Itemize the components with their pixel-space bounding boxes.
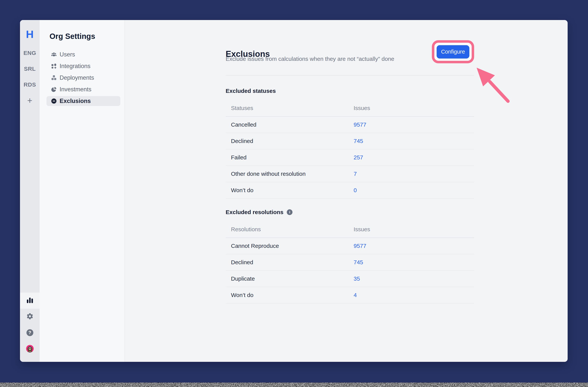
- settings-nav-list: UsersIntegrationsDeploymentsInvestmentsE…: [40, 49, 125, 108]
- rail-bottom: ?: [20, 293, 40, 357]
- help-icon: ?: [26, 329, 33, 336]
- configure-button[interactable]: Configure: [437, 45, 469, 59]
- row-label: Duplicate: [226, 275, 354, 282]
- bar-chart-icon: [27, 297, 33, 304]
- sidebar-item-label: Exclusions: [60, 98, 91, 104]
- issues-count-link[interactable]: 35: [354, 275, 360, 282]
- annotation-highlight-ring: Configure: [432, 40, 474, 63]
- sidebar-item-integrations[interactable]: Integrations: [46, 61, 120, 71]
- issues-count-link[interactable]: 0: [354, 187, 357, 193]
- issues-count-link[interactable]: 4: [354, 292, 357, 298]
- workspace-item-rds[interactable]: RDS: [20, 77, 40, 92]
- issues-count-link[interactable]: 257: [354, 154, 363, 160]
- column-header: Issues: [354, 105, 474, 111]
- row-label: Won’t do: [226, 292, 354, 298]
- sidebar-item-investments[interactable]: Investments: [46, 85, 120, 94]
- exclusions-icon: [51, 98, 57, 104]
- info-glyph: i: [289, 210, 290, 214]
- workspace-item-srl[interactable]: SRL: [20, 61, 40, 77]
- table-header-row: ResolutionsIssues: [226, 221, 474, 238]
- column-header: Statuses: [226, 105, 354, 111]
- section-excluded-statuses: Excluded statusesStatusesIssuesCancelled…: [226, 88, 474, 199]
- table-row: Declined745: [226, 133, 474, 149]
- add-workspace-button[interactable]: +: [20, 92, 40, 108]
- issues-count-link[interactable]: 9577: [354, 243, 366, 249]
- app-window: H ENGSRLRDS +: [20, 20, 568, 362]
- exclusions-table: ResolutionsIssuesCannot Reproduce9577Dec…: [226, 221, 474, 303]
- integrations-icon: [51, 63, 57, 69]
- sidebar-item-label: Deployments: [60, 74, 94, 81]
- noise-strip: [0, 383, 588, 387]
- row-label: Failed: [226, 154, 354, 161]
- avatar: [26, 345, 34, 352]
- page-subtitle: Exclude issues from calculations when th…: [226, 56, 394, 62]
- deployments-icon: [51, 75, 57, 81]
- sidebar-item-users[interactable]: Users: [46, 49, 120, 60]
- table-row: Duplicate35: [226, 271, 474, 287]
- annotation-arrow: [466, 63, 524, 111]
- issues-count-link[interactable]: 9577: [354, 121, 366, 128]
- sidebar-item-exclusions[interactable]: Exclusions: [46, 96, 120, 106]
- info-icon[interactable]: i: [287, 209, 293, 215]
- table-row: Won’t do4: [226, 287, 474, 303]
- row-label: Other done without resolution: [226, 171, 354, 177]
- row-label: Declined: [226, 138, 354, 144]
- app-logo[interactable]: H: [20, 29, 40, 40]
- gear-icon: [26, 313, 34, 321]
- table-row: Other done without resolution7: [226, 166, 474, 182]
- table-row: Declined745: [226, 254, 474, 271]
- workspace-list: ENGSRLRDS: [20, 45, 40, 92]
- sidebar-item-deployments[interactable]: Deployments: [46, 73, 120, 83]
- table-row: Cannot Reproduce9577: [226, 238, 474, 254]
- org-settings-panel: Org Settings UsersIntegrationsDeployment…: [40, 20, 125, 362]
- table-row: Won’t do0: [226, 182, 474, 199]
- help-nav-button[interactable]: ?: [20, 325, 40, 341]
- sidebar-item-label: Integrations: [60, 63, 90, 69]
- users-icon: [51, 52, 57, 57]
- issues-count-link[interactable]: 745: [354, 138, 363, 144]
- issues-count-link[interactable]: 745: [354, 259, 363, 265]
- row-label: Declined: [226, 259, 354, 266]
- column-header: Issues: [354, 226, 474, 233]
- help-glyph: ?: [28, 330, 31, 335]
- panel-title: Org Settings: [49, 32, 95, 40]
- header-divider: [226, 75, 474, 75]
- settings-nav-button[interactable]: [20, 309, 40, 325]
- table-header-row: StatusesIssues: [226, 100, 474, 117]
- column-header: Resolutions: [226, 226, 354, 233]
- section-excluded-resolutions: Excluded resolutionsiResolutionsIssuesCa…: [226, 209, 474, 303]
- exclusions-table: StatusesIssuesCancelled9577Declined745Fa…: [226, 100, 474, 199]
- table-row: Failed257: [226, 149, 474, 166]
- table-row: Cancelled9577: [226, 117, 474, 133]
- row-label: Cannot Reproduce: [226, 243, 354, 249]
- row-label: Cancelled: [226, 121, 354, 128]
- issues-count-link[interactable]: 7: [354, 171, 357, 177]
- section-title: Excluded statuses: [226, 88, 276, 94]
- section-title: Excluded resolutions: [226, 209, 283, 215]
- screenshot-stage: H ENGSRLRDS +: [0, 0, 588, 387]
- sidebar-item-label: Users: [60, 51, 75, 58]
- investments-icon: [51, 87, 57, 92]
- sidebar-item-label: Investments: [60, 86, 91, 93]
- user-menu-button[interactable]: [20, 341, 40, 357]
- row-label: Won’t do: [226, 187, 354, 193]
- workspace-rail: H ENGSRLRDS +: [20, 20, 40, 362]
- workspace-item-eng[interactable]: ENG: [20, 45, 40, 61]
- metrics-nav-button[interactable]: [20, 293, 40, 309]
